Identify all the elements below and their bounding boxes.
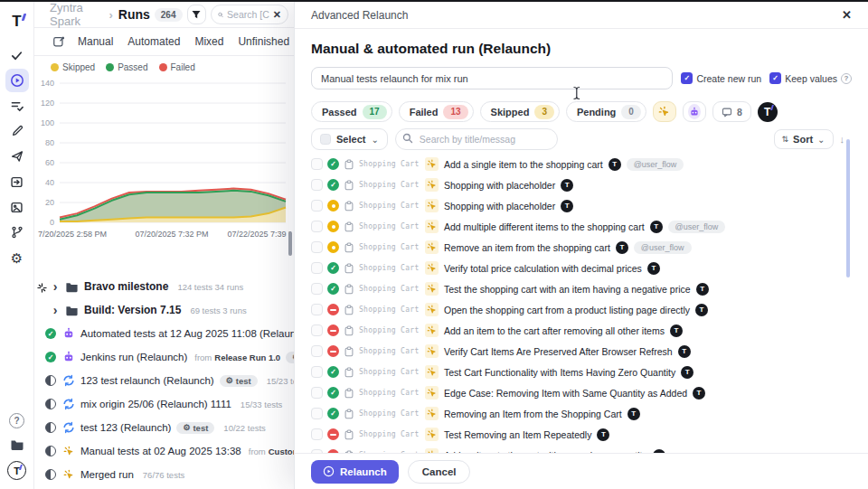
tests-search-input[interactable] (395, 128, 558, 150)
filter-chip[interactable]: Failed 13 (399, 101, 474, 122)
tasks-check-icon[interactable] (5, 43, 29, 67)
checkbox-checked-icon[interactable]: ✓ (769, 72, 781, 84)
test-title[interactable]: Shopping with placeholder (444, 180, 555, 191)
test-title[interactable]: Edge Case: Removing Item with Same Quant… (444, 388, 687, 399)
automated-filter-chip[interactable] (683, 101, 706, 122)
close-icon[interactable]: ✕ (842, 8, 852, 22)
import-tray-icon[interactable] (5, 170, 29, 193)
test-row[interactable]: Shopping Cart @… Remove an item from the… (311, 237, 852, 258)
run-row[interactable]: Jenkins run (Relaunch) fromRelease Run 1… (43, 345, 294, 369)
row-checkbox[interactable] (311, 262, 323, 274)
filter-chip[interactable]: Skipped 3 (480, 101, 560, 122)
run-row[interactable]: test 123 (Relaunch) ⚙test 10/22 tests (43, 416, 294, 439)
tab-manual[interactable]: Manual (78, 35, 113, 48)
tests-search[interactable] (395, 128, 558, 150)
select-dropdown[interactable]: Select ⌄ (311, 128, 388, 150)
test-row[interactable]: Shopping Cart @… Verify total price calc… (311, 258, 852, 278)
checkbox-checked-icon[interactable]: ✓ (681, 72, 693, 84)
app-logo[interactable]: T (6, 11, 28, 33)
paper-plane-icon[interactable] (5, 145, 29, 168)
folder-title[interactable]: Build: Version 7.15 (84, 304, 181, 316)
row-checkbox[interactable] (311, 345, 323, 357)
tab-mixed[interactable]: Mixed (194, 35, 223, 48)
keep-values-option[interactable]: ✓ Keep values ? (769, 72, 852, 84)
chevron-right-icon[interactable]: › (51, 303, 60, 317)
row-checkbox[interactable] (311, 179, 323, 191)
row-checkbox[interactable] (311, 158, 323, 170)
run-title[interactable]: Jenkins run (Relaunch) (80, 352, 187, 362)
row-checkbox[interactable] (311, 387, 323, 399)
breadcrumb-project[interactable]: Zyntra Spark (50, 2, 104, 28)
test-row[interactable]: Shopping Cart @… Add an item to the cart… (311, 320, 852, 341)
row-checkbox[interactable] (311, 304, 323, 315)
sort-dropdown[interactable]: ⇅ Sort ⌄ (774, 129, 834, 149)
run-title[interactable]: 123 test relaunch (Relaunch) (80, 375, 214, 386)
tab-unfinished[interactable]: Unfinished (238, 35, 289, 48)
test-row[interactable]: Shopping Cart @… Verify Cart Items Are P… (311, 341, 852, 362)
test-row[interactable]: Shopping Cart @… Test the shopping cart … (311, 278, 852, 299)
relaunch-button[interactable]: Relaunch (311, 460, 399, 484)
run-row[interactable]: 123 test relaunch (Relaunch) ⚙test 15/23… (43, 369, 294, 392)
row-checkbox[interactable] (311, 221, 323, 232)
legend-item[interactable]: Passed (106, 62, 147, 72)
run-folder-row[interactable]: › Build: Version 7.15 69 tests 3 runs (43, 298, 294, 322)
tab-automated[interactable]: Automated (127, 35, 180, 48)
test-title[interactable]: Shopping with placeholder (444, 201, 555, 212)
projects-folder-icon[interactable] (5, 433, 29, 456)
run-title[interactable]: Automated tests at 12 Aug 2025 11:08 (Re… (80, 328, 294, 339)
report-image-icon[interactable] (5, 195, 29, 219)
test-row[interactable]: Shopping Cart @… Removing an Item from t… (311, 403, 852, 424)
help-icon[interactable]: ? (841, 73, 852, 84)
run-title[interactable]: test 123 (Relaunch) (80, 422, 171, 433)
row-checkbox[interactable] (311, 449, 323, 453)
row-checkbox[interactable] (311, 200, 323, 212)
row-checkbox[interactable] (311, 366, 323, 378)
row-checkbox[interactable] (311, 428, 323, 440)
row-checkbox[interactable] (311, 283, 323, 295)
runs-search-input[interactable]: Search [C ✕ (211, 5, 288, 24)
test-row[interactable]: Shopping Cart @… Edge Case: Removing Ite… (311, 382, 852, 403)
test-row[interactable]: Shopping Cart @… Shopping with placehold… (311, 174, 852, 195)
edit-runs-icon[interactable] (52, 35, 65, 48)
row-checkbox[interactable] (311, 324, 323, 336)
test-list-icon[interactable] (5, 94, 29, 118)
run-row[interactable]: Automated tests at 12 Aug 2025 11:08 (Re… (43, 322, 294, 345)
test-row[interactable]: Shopping Cart @… Add a single item to th… (311, 154, 852, 174)
run-row[interactable]: Merged run 76/76 tests (43, 463, 294, 486)
branch-icon[interactable] (5, 221, 29, 244)
legend-item[interactable]: Skipped (51, 62, 95, 72)
user-avatar[interactable]: T (7, 461, 26, 480)
test-row[interactable]: Shopping Cart @… Test Removing an Item R… (311, 424, 852, 445)
filter-button[interactable] (187, 5, 207, 24)
test-title[interactable]: Verify total price calculation with deci… (444, 263, 642, 274)
test-title[interactable]: Add a single item to the shopping cart (444, 159, 603, 170)
select-all-checkbox[interactable] (320, 134, 331, 145)
filter-chip[interactable]: Passed 17 (311, 101, 392, 122)
test-title[interactable]: Add an item to the cart after removing a… (444, 325, 665, 336)
test-title[interactable]: Remove an item from the shopping cart (444, 242, 610, 253)
assignee-filter-avatar[interactable]: T (758, 102, 778, 122)
comments-filter-chip[interactable]: 8 (712, 101, 751, 122)
test-row[interactable]: Shopping Cart @… Add multiple different … (311, 216, 852, 237)
chevron-right-icon[interactable]: › (51, 279, 60, 294)
legend-item[interactable]: Failed (159, 62, 195, 72)
row-checkbox[interactable] (311, 241, 323, 253)
test-title[interactable]: Add multiple different items to the shop… (444, 221, 645, 232)
test-title[interactable]: Test Removing an Item Repeatedly (444, 429, 591, 440)
modal-scrollbar[interactable] (846, 139, 850, 277)
clear-search-icon[interactable]: ✕ (273, 9, 281, 21)
nav-runs-icon[interactable] (5, 69, 29, 92)
run-title[interactable]: Manual tests at 02 Aug 2025 13:38 (80, 446, 241, 456)
help-icon[interactable]: ? (9, 413, 24, 428)
cancel-button[interactable]: Cancel (408, 460, 471, 484)
test-row[interactable]: Shopping Cart @… Open the shopping cart … (311, 299, 852, 320)
settings-gear-icon[interactable]: ⚙ (5, 246, 29, 269)
create-new-run-option[interactable]: ✓ Create new run (681, 72, 761, 84)
test-title[interactable]: Open the shopping cart from a product li… (444, 305, 690, 315)
row-checkbox[interactable] (311, 408, 323, 419)
run-folder-row[interactable]: › Bravo milestone 124 tests 34 runs (43, 275, 294, 298)
breadcrumb-page[interactable]: Runs (118, 7, 150, 22)
manual-filter-chip[interactable] (653, 101, 676, 122)
run-row[interactable]: Manual tests at 02 Aug 2025 13:38 fromCu… (43, 439, 294, 463)
run-title[interactable]: mix origin 25/06 (Relaunch) 1111 (80, 399, 231, 409)
